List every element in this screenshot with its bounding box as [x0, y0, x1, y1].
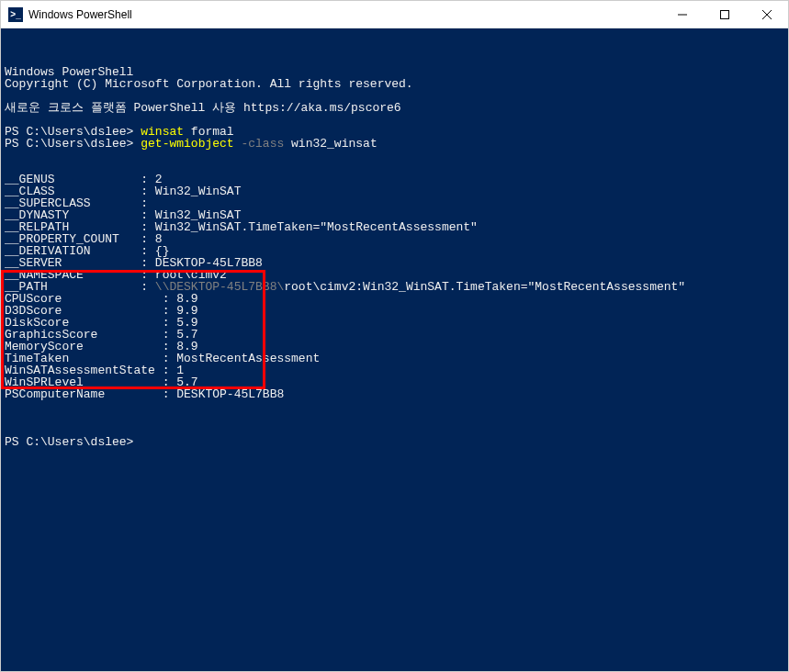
tip-line: 새로운 크로스 플랫폼 PowerShell 사용 https://aka.ms…: [5, 102, 784, 114]
copyright-line: Copyright (C) Microsoft Corporation. All…: [5, 78, 784, 90]
score-line: PSComputerName : DESKTOP-45L7BB8: [5, 388, 784, 400]
close-button[interactable]: [746, 1, 788, 28]
close-icon: [762, 10, 772, 19]
minimize-button[interactable]: [661, 1, 704, 28]
command-line-2: PS C:\Users\dslee> get-wmiobject -class …: [5, 138, 784, 150]
prompt-line: PS C:\Users\dslee>: [5, 436, 784, 448]
svg-rect-1: [721, 10, 729, 18]
blank-line: [5, 400, 784, 412]
powershell-icon: >_: [8, 7, 23, 22]
window-title: Windows PowerShell: [28, 8, 132, 21]
powershell-window: >_ Windows PowerShell Windows PowerShell…: [0, 0, 789, 672]
maximize-button[interactable]: [704, 1, 746, 28]
blank-line: [5, 412, 784, 424]
titlebar[interactable]: >_ Windows PowerShell: [1, 1, 788, 28]
maximize-icon: [720, 10, 729, 19]
terminal-output[interactable]: Windows PowerShellCopyright (C) Microsof…: [1, 28, 788, 671]
powershell-icon-glyph: >_: [10, 9, 20, 19]
blank-line: [5, 150, 784, 162]
minimize-icon: [678, 10, 687, 19]
